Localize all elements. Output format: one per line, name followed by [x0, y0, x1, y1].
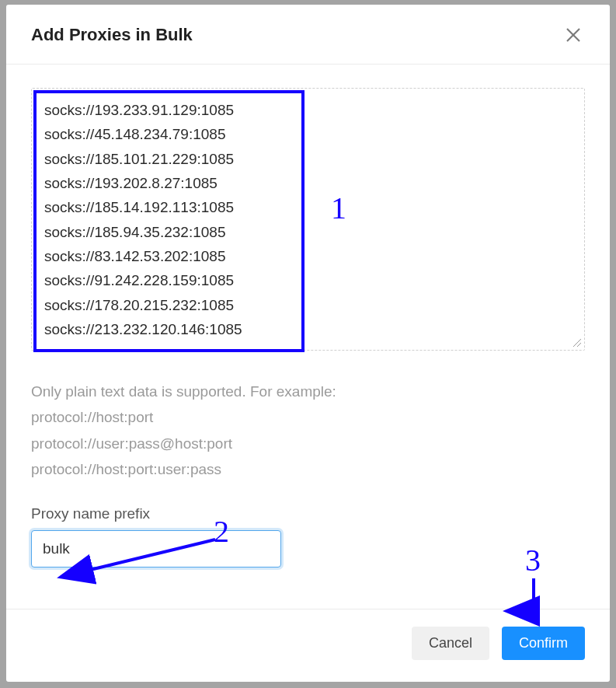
proxies-textarea-wrap: [31, 88, 585, 351]
confirm-button[interactable]: Confirm: [502, 627, 585, 660]
add-proxies-modal: Add Proxies in Bulk Only plain text data…: [6, 5, 610, 682]
prefix-input[interactable]: [31, 530, 281, 568]
help-line-1: Only plain text data is supported. For e…: [31, 379, 585, 404]
help-line-3: protocol://user:pass@host:port: [31, 431, 585, 456]
modal-header: Add Proxies in Bulk: [6, 5, 610, 65]
help-line-2: protocol://host:port: [31, 404, 585, 430]
modal-body: Only plain text data is supported. For e…: [6, 65, 610, 609]
cancel-button[interactable]: Cancel: [412, 627, 489, 660]
modal-title: Add Proxies in Bulk: [31, 25, 193, 45]
proxies-textarea[interactable]: [32, 89, 584, 350]
help-text: Only plain text data is supported. For e…: [31, 379, 585, 482]
modal-footer: Cancel Confirm: [6, 609, 610, 682]
close-icon: [565, 26, 582, 44]
prefix-label: Proxy name prefix: [31, 505, 585, 522]
help-line-4: protocol://host:port:user:pass: [31, 456, 585, 482]
close-button[interactable]: [562, 23, 585, 47]
